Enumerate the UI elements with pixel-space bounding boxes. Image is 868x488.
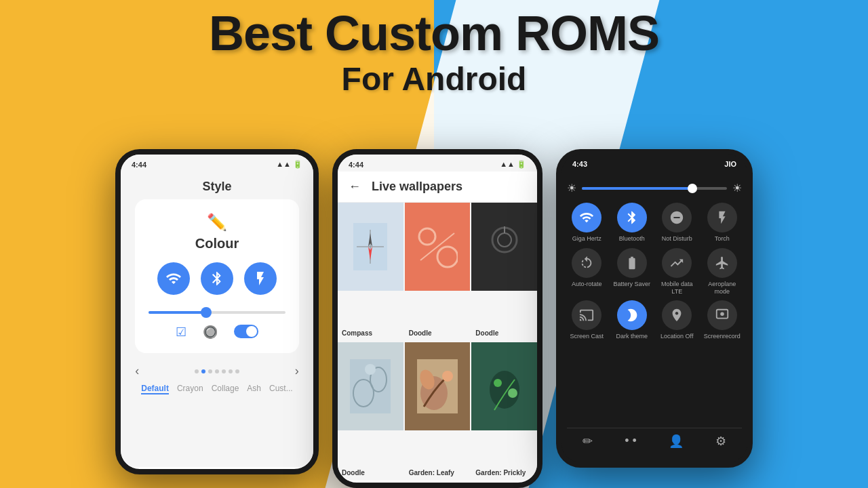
back-button[interactable]: ← — [349, 180, 361, 194]
wifi-tile-icon — [572, 203, 601, 232]
radio-icon[interactable]: 🔘 — [203, 325, 218, 340]
doodle3-preview — [338, 342, 403, 430]
svg-point-23 — [508, 388, 517, 398]
dot2 — [201, 369, 205, 373]
status-bar-left: 4:44 ▲▲ 🔋 — [121, 155, 313, 171]
wallpaper-garden-prickly[interactable]: Garden: Prickly — [471, 342, 537, 481]
dnd-tile-icon — [662, 203, 692, 232]
svg-point-15 — [365, 364, 376, 375]
garden1-label: Garden: Leafy — [409, 469, 454, 476]
dot5 — [222, 369, 226, 373]
status-bar-right: 4:43 JIO — [561, 155, 747, 171]
cast-tile-label: Screen Cast — [570, 333, 604, 340]
compass-preview — [338, 203, 403, 291]
time-left: 4:44 — [132, 161, 146, 169]
doodle1-label: Doodle — [409, 329, 432, 337]
qs-grid-2: Auto-rotate Battery Saver — [567, 248, 742, 296]
colour-slider[interactable] — [149, 311, 285, 314]
title-container: Best Custom ROMS For Android — [0, 7, 868, 98]
phone-left: 4:44 ▲▲ 🔋 Style ✏️ Colour — [115, 149, 319, 474]
brightness-row: ☀ ☀ — [567, 182, 742, 195]
slider-fill — [149, 311, 203, 314]
edit-bottom-icon[interactable]: ✏ — [583, 434, 593, 449]
location-tile-label: Location Off — [660, 333, 693, 340]
wallpaper-doodle2[interactable]: Doodle — [471, 203, 537, 341]
sub-title: For Android — [0, 60, 868, 98]
phone-center: 4:44 ▲▲ 🔋 ← Live wallpapers — [332, 149, 542, 488]
slider-track — [149, 311, 285, 314]
wallpaper-doodle3[interactable]: Doodle — [338, 342, 403, 481]
tab-crayon[interactable]: Crayon — [177, 384, 203, 394]
phone2-content: ← Live wallpapers Compass — [338, 171, 537, 481]
tab-collage[interactable]: Collage — [212, 384, 239, 394]
qs-tile-bluetooth[interactable]: Bluetooth — [612, 203, 652, 243]
bluetooth-tile-icon — [617, 203, 647, 232]
dot4 — [215, 369, 219, 373]
tab-cust[interactable]: Cust... — [269, 384, 293, 394]
qs-tile-battery[interactable]: Battery Saver — [612, 248, 652, 296]
wallpaper-garden-leafy[interactable]: Garden: Leafy — [405, 342, 471, 481]
account-bottom-icon[interactable]: 👤 — [669, 434, 684, 449]
time-right: 4:43 — [572, 160, 587, 168]
dots-bottom-icon: • • — [625, 434, 637, 449]
phone-right: 4:43 JIO ☀ ☀ Giga — [556, 149, 753, 468]
brightness-high-icon: ☀ — [732, 182, 742, 195]
toggle-row: ☑ 🔘 — [176, 325, 258, 340]
wallpapers-header: ← Live wallpapers — [338, 171, 537, 203]
qs-tile-torch[interactable]: Torch — [703, 203, 743, 243]
qs-tile-wifi[interactable]: Giga Hertz — [567, 203, 607, 243]
screenrecord-tile-icon — [707, 300, 737, 330]
qs-tile-screenrecord[interactable]: Screenrecord — [703, 300, 743, 340]
nav-next[interactable]: › — [295, 364, 299, 378]
qs-tile-darktheme[interactable]: Dark theme — [612, 300, 652, 340]
battery-tile-icon — [617, 248, 647, 278]
doodle1-preview — [405, 203, 471, 291]
signal-icons-left: ▲▲ 🔋 — [276, 160, 302, 169]
rotate-tile-icon — [572, 248, 601, 278]
torch-tile-label: Torch — [715, 235, 730, 243]
svg-point-22 — [494, 379, 502, 387]
brightness-track[interactable] — [582, 187, 727, 190]
data-tile-icon — [662, 248, 692, 278]
style-tabs: Default Crayon Collage Ash Cust... — [141, 378, 292, 400]
wallpaper-grid: Compass Doodle — [338, 203, 537, 481]
checkbox-icon[interactable]: ☑ — [176, 325, 186, 340]
tab-default[interactable]: Default — [141, 384, 169, 394]
qs-tile-airplane[interactable]: Aeroplane mode — [703, 248, 743, 296]
settings-bottom-icon[interactable]: ⚙ — [715, 434, 726, 449]
nav-prev[interactable]: ‹ — [135, 364, 139, 378]
icon-row — [157, 262, 277, 295]
screenrecord-tile-label: Screenrecord — [704, 333, 741, 340]
bluetooth-tile-label: Bluetooth — [619, 235, 645, 243]
qs-tile-cast[interactable]: Screen Cast — [567, 300, 607, 340]
airplane-tile-icon — [707, 248, 737, 278]
pencil-icon: ✏️ — [207, 213, 227, 232]
battery-tile-label: Battery Saver — [613, 281, 650, 288]
time-center: 4:44 — [349, 161, 363, 169]
colour-card: ✏️ Colour — [135, 199, 298, 353]
qs-tile-rotate[interactable]: Auto-rotate — [567, 248, 607, 296]
torch-tile-icon — [707, 203, 737, 232]
phone1-nav: ‹ › — [135, 364, 298, 378]
status-bar-center: 4:44 ▲▲ 🔋 — [338, 155, 537, 171]
tab-ash[interactable]: Ash — [247, 384, 261, 394]
wallpaper-compass[interactable]: Compass — [338, 203, 403, 341]
wallpaper-doodle1[interactable]: Doodle — [405, 203, 471, 341]
cast-tile-icon — [572, 300, 601, 330]
flashlight-icon-circle — [244, 262, 277, 295]
phone1-content: Style ✏️ Colour — [121, 171, 313, 467]
garden2-preview — [471, 342, 537, 430]
toggle-switch[interactable] — [234, 325, 258, 338]
dot3 — [208, 369, 212, 373]
dot1 — [195, 369, 199, 373]
airplane-tile-label: Aeroplane mode — [703, 281, 743, 296]
qs-tile-data[interactable]: Mobile data LTE — [657, 248, 697, 296]
qs-tile-dnd[interactable]: Not Disturb — [657, 203, 697, 243]
qs-grid-3: Screen Cast Dark theme — [567, 300, 742, 340]
qs-tile-location[interactable]: Location Off — [657, 300, 697, 340]
qs-grid-1: Giga Hertz Bluetooth — [567, 203, 742, 243]
brightness-thumb — [688, 184, 697, 193]
darktheme-tile-label: Dark theme — [616, 333, 648, 340]
brightness-fill — [582, 187, 691, 190]
nav-dots — [195, 369, 239, 373]
